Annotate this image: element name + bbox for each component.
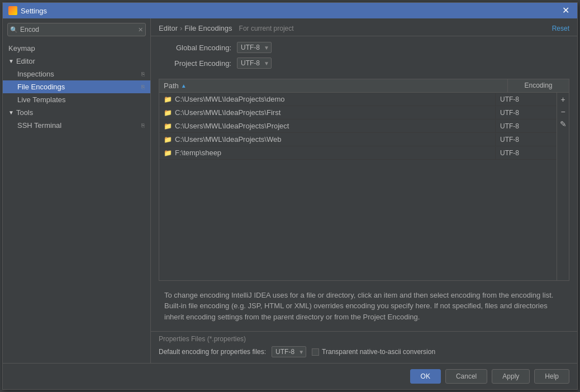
col-path-header: Path ▲	[159, 79, 507, 92]
col-encoding-header: Encoding	[507, 79, 569, 92]
sort-arrow-icon: ▲	[181, 83, 187, 89]
path-value-3: C:\Users\MWL\IdeaProjects\Web	[175, 135, 281, 144]
cell-encoding-1: UTF-8	[495, 107, 557, 119]
folder-icon-3: 📁	[164, 136, 172, 144]
project-encoding-label: Project Encoding:	[159, 59, 231, 68]
default-encoding-select[interactable]: UTF-8	[272, 346, 306, 357]
path-value-1: C:\Users\MWL\IdeaProjects\First	[175, 108, 281, 117]
cell-path-0: 📁 C:\Users\MWL\IdeaProjects\demo	[159, 93, 495, 106]
file-encodings-label: File Encodings	[17, 83, 65, 91]
properties-row: Default encoding for properties files: U…	[159, 346, 569, 357]
dialog-footer: OK Cancel Apply Help	[3, 363, 577, 389]
properties-section-label: Properties Files (*.properties)	[159, 335, 569, 343]
sidebar-item-file-encodings[interactable]: File Encodings ⎘	[3, 80, 150, 93]
info-box: To change encoding IntelliJ IDEA uses fo…	[159, 285, 569, 327]
global-encoding-label: Global Encoding:	[159, 44, 231, 52]
cell-encoding-4: UTF-8	[495, 147, 557, 159]
window-title: Settings	[21, 7, 47, 15]
remove-row-button[interactable]: −	[558, 106, 569, 117]
encoding-section: Global Encoding: UTF-8 ▼ Project Encodin…	[151, 36, 577, 79]
folder-icon-4: 📁	[164, 149, 172, 157]
project-encoding-wrapper: UTF-8 ▼	[237, 58, 272, 69]
table-row[interactable]: 📁 C:\Users\MWL\IdeaProjects\First UTF-8	[159, 106, 557, 119]
main-header: Editor › File Encodings For current proj…	[151, 18, 577, 36]
table-wrapper: 📁 C:\Users\MWL\IdeaProjects\demo UTF-8 📁…	[159, 93, 569, 280]
help-button[interactable]: Help	[534, 369, 569, 384]
cell-encoding-2: UTF-8	[495, 120, 557, 132]
global-encoding-wrapper: UTF-8 ▼	[237, 42, 272, 53]
app-logo	[8, 6, 17, 15]
table-content: 📁 C:\Users\MWL\IdeaProjects\demo UTF-8 📁…	[159, 93, 557, 280]
sidebar-item-keymap[interactable]: Keymap	[3, 42, 150, 55]
table-row[interactable]: 📁 C:\Users\MWL\IdeaProjects\Project UTF-…	[159, 119, 557, 133]
cell-path-4: 📁 F:\temp\sheep	[159, 146, 495, 159]
table-row[interactable]: 📁 C:\Users\MWL\IdeaProjects\Web UTF-8	[159, 133, 557, 146]
breadcrumb: Editor › File Encodings For current proj…	[159, 24, 294, 32]
info-text: To change encoding IntelliJ IDEA uses fo…	[164, 291, 553, 321]
ssh-terminal-label: SSH Terminal	[17, 121, 61, 130]
search-icon: 🔍	[10, 26, 18, 34]
table-row[interactable]: 📁 C:\Users\MWL\IdeaProjects\demo UTF-8	[159, 93, 557, 106]
copy-icon-2: ⎘	[141, 84, 145, 90]
title-bar: Settings ✕	[3, 3, 577, 18]
path-value-4: F:\temp\sheep	[175, 149, 221, 157]
global-encoding-select[interactable]: UTF-8	[237, 42, 272, 53]
search-input[interactable]	[7, 23, 146, 36]
table-header: Path ▲ Encoding	[159, 79, 569, 93]
inspections-label: Inspections	[17, 70, 54, 78]
title-bar-left: Settings	[8, 6, 47, 15]
transparent-checkbox[interactable]	[312, 348, 319, 356]
add-row-button[interactable]: +	[558, 94, 569, 105]
properties-section: Properties Files (*.properties) Default …	[151, 331, 577, 363]
copy-icon-3: ⎘	[141, 122, 145, 128]
settings-dialog: Settings ✕ 🔍 ✕ Keymap ▼ Editor	[2, 2, 578, 390]
default-encoding-wrapper: UTF-8 ▼	[272, 346, 306, 357]
sidebar-item-ssh-terminal[interactable]: SSH Terminal ⎘	[3, 119, 150, 132]
editor-group-label: Editor	[16, 57, 35, 65]
breadcrumb-current: File Encodings	[184, 24, 232, 32]
sidebar-item-tools[interactable]: ▼ Tools	[3, 106, 150, 119]
cell-encoding-0: UTF-8	[495, 93, 557, 106]
transparent-label: Transparent native-to-ascii conversion	[322, 348, 435, 356]
reset-link[interactable]: Reset	[552, 25, 569, 32]
global-encoding-row: Global Encoding: UTF-8 ▼	[159, 42, 569, 53]
main-content: Editor › File Encodings For current proj…	[151, 18, 577, 363]
search-clear-icon[interactable]: ✕	[138, 26, 143, 34]
cell-path-2: 📁 C:\Users\MWL\IdeaProjects\Project	[159, 119, 495, 132]
project-encoding-row: Project Encoding: UTF-8 ▼	[159, 58, 569, 69]
table-action-sidebar: + − ✎	[557, 93, 569, 280]
default-encoding-label: Default encoding for properties files:	[159, 348, 266, 356]
ok-button[interactable]: OK	[410, 369, 441, 384]
search-box: 🔍 ✕	[7, 23, 146, 36]
path-header-label: Path	[164, 82, 179, 90]
edit-row-button[interactable]: ✎	[558, 118, 569, 130]
transparent-checkbox-wrapper[interactable]: Transparent native-to-ascii conversion	[312, 348, 435, 356]
path-value-0: C:\Users\MWL\IdeaProjects\demo	[175, 95, 285, 103]
sidebar-item-inspections[interactable]: Inspections ⎘	[3, 68, 150, 80]
folder-icon-2: 📁	[164, 122, 172, 130]
path-value-2: C:\Users\MWL\IdeaProjects\Project	[175, 122, 289, 130]
project-encoding-select[interactable]: UTF-8	[237, 58, 272, 69]
file-table-container: Path ▲ Encoding 📁 C:\Users\MWL\IdeaProje…	[159, 79, 569, 281]
keymap-label: Keymap	[8, 44, 35, 52]
sidebar-item-live-templates[interactable]: Live Templates	[3, 93, 150, 106]
for-project-label: For current project	[239, 25, 294, 32]
cell-encoding-3: UTF-8	[495, 133, 557, 146]
sidebar-tree: Keymap ▼ Editor Inspections ⎘ File Encod…	[3, 41, 150, 363]
breadcrumb-parent: Editor	[159, 24, 178, 32]
apply-button[interactable]: Apply	[492, 369, 530, 384]
triangle-icon: ▼	[8, 58, 14, 64]
table-row[interactable]: 📁 F:\temp\sheep UTF-8	[159, 146, 557, 160]
cell-path-3: 📁 C:\Users\MWL\IdeaProjects\Web	[159, 133, 495, 146]
cancel-button[interactable]: Cancel	[445, 369, 487, 384]
sidebar-item-editor[interactable]: ▼ Editor	[3, 55, 150, 68]
tools-group-label: Tools	[16, 108, 33, 117]
close-button[interactable]: ✕	[560, 6, 572, 15]
live-templates-label: Live Templates	[17, 95, 65, 104]
tools-triangle-icon: ▼	[8, 109, 14, 116]
sidebar: 🔍 ✕ Keymap ▼ Editor Inspections ⎘	[3, 18, 151, 363]
cell-path-1: 📁 C:\Users\MWL\IdeaProjects\First	[159, 106, 495, 119]
dialog-body: 🔍 ✕ Keymap ▼ Editor Inspections ⎘	[3, 18, 577, 363]
folder-icon-1: 📁	[164, 109, 172, 117]
copy-icon: ⎘	[141, 71, 145, 77]
